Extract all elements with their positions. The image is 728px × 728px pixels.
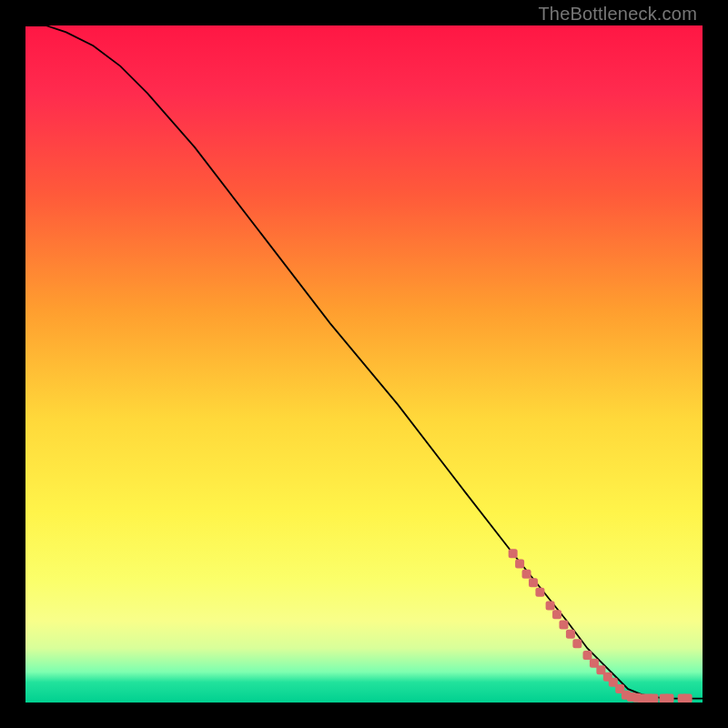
heat-gradient-background: [25, 25, 703, 703]
chart-frame: TheBottleneck.com: [0, 0, 728, 728]
plot-area: [25, 25, 703, 703]
watermark-text: TheBottleneck.com: [538, 4, 697, 25]
